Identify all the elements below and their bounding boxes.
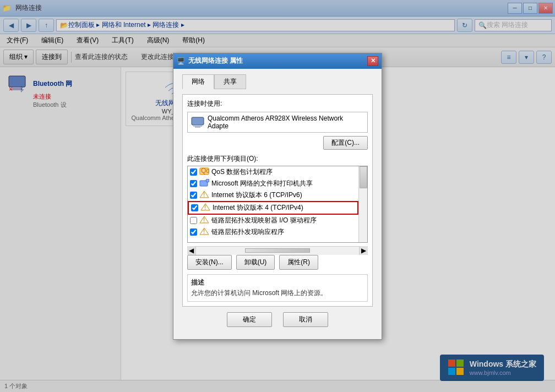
list-item-ipv4[interactable]: ! Internet 协议版本 4 (TCP/IPv4)	[188, 201, 358, 215]
qos-label: QoS 数据包计划程序	[211, 167, 273, 177]
adapter-row: Qualcomm Atheros AR928X Wireless Network…	[187, 112, 368, 133]
horiz-scroll-track	[196, 248, 359, 253]
checkbox-ipv6[interactable]	[190, 192, 197, 199]
scrollbar-thumb[interactable]	[360, 166, 367, 188]
list-item-ipv6[interactable]: ! Internet 协议版本 6 (TCP/IPv6)	[188, 189, 358, 201]
dialog-body: 网络 共享 连接时使用: Qualcomm Atheros AR928X Wi	[173, 69, 382, 339]
dialog-icon: 🖥️	[177, 57, 185, 65]
config-button[interactable]: 配置(C)...	[323, 136, 368, 150]
checkbox-qos[interactable]	[190, 168, 197, 176]
checkbox-ipv4[interactable]	[191, 204, 198, 211]
list-item-qos[interactable]: QoS QoS 数据包计划程序	[188, 166, 358, 178]
uninstall-button[interactable]: 卸载(U)	[236, 255, 275, 270]
description-title: 描述	[191, 278, 364, 287]
dialog-title: 无线网络连接 属性	[188, 56, 243, 66]
link2-label: 链路层拓扑发现响应程序	[211, 227, 284, 237]
description-text: 允许您的计算机访问 Microsoft 网络上的资源。	[191, 288, 364, 298]
properties-dialog: 🖥️ 无线网络连接 属性 ✕ 网络 共享 连接时使用:	[173, 53, 382, 340]
config-row: 配置(C)...	[187, 136, 368, 150]
ok-button[interactable]: 确定	[227, 312, 272, 327]
list-item-link2[interactable]: ! 链路层拓扑发现响应程序	[188, 226, 358, 238]
install-button[interactable]: 安装(N)...	[187, 255, 232, 270]
qos-icon: QoS	[199, 167, 209, 176]
tab-bar: 网络 共享	[182, 74, 373, 89]
connect-using-label: 连接时使用:	[187, 99, 368, 108]
svg-rect-6	[192, 117, 204, 125]
horiz-scroll[interactable]: ◀ ▶	[187, 246, 368, 255]
checkbox-link1[interactable]	[190, 217, 197, 224]
scrollbar[interactable]	[358, 166, 367, 242]
description-area: 描述 允许您的计算机访问 Microsoft 网络上的资源。	[187, 274, 368, 302]
dialog-footer: 确定 取消	[182, 307, 373, 334]
cancel-button[interactable]: 取消	[283, 312, 328, 327]
svg-text:!: !	[204, 204, 206, 211]
list-item-link1[interactable]: ! 链路层拓扑发现映射器 I/O 驱动程序	[188, 215, 358, 226]
ipv4-label: Internet 协议版本 4 (TCP/IPv4)	[213, 203, 303, 213]
items-list: QoS QoS 数据包计划程序	[187, 166, 368, 243]
svg-text:!: !	[203, 216, 205, 224]
link2-icon: !	[199, 227, 209, 236]
adapter-icon	[191, 117, 204, 128]
svg-rect-7	[193, 125, 202, 127]
dialog-close-button[interactable]: ✕	[367, 56, 378, 66]
link1-icon: !	[199, 216, 209, 225]
items-label: 此连接使用下列项目(O):	[187, 154, 368, 164]
checkbox-link2[interactable]	[190, 228, 197, 236]
dialog-title-area: 🖥️ 无线网络连接 属性	[177, 56, 243, 66]
svg-text:!: !	[203, 228, 205, 236]
svg-rect-8	[195, 127, 200, 128]
ipv4-icon: !	[200, 203, 210, 212]
share-label: Microsoft 网络的文件和打印机共享	[211, 179, 313, 188]
link1-label: 链路层拓扑发现映射器 I/O 驱动程序	[211, 216, 317, 225]
adapter-name: Qualcomm Atheros AR928X Wireless Network…	[208, 115, 364, 130]
svg-text:!: !	[203, 191, 205, 199]
share-icon	[199, 179, 209, 188]
scroll-right-button[interactable]: ▶	[359, 246, 368, 255]
list-item-share[interactable]: Microsoft 网络的文件和打印机共享	[188, 178, 358, 189]
checkbox-share[interactable]	[190, 180, 197, 187]
action-buttons: 安装(N)... 卸载(U) 属性(R)	[187, 255, 368, 270]
horiz-scroll-thumb[interactable]	[245, 248, 310, 253]
properties-button[interactable]: 属性(R)	[279, 255, 318, 270]
svg-point-12	[206, 179, 209, 182]
tab-network[interactable]: 网络	[182, 74, 214, 89]
dialog-titlebar: 🖥️ 无线网络连接 属性 ✕	[173, 53, 382, 69]
ipv6-icon: !	[199, 190, 209, 199]
tab-sharing[interactable]: 共享	[214, 74, 246, 89]
modal-overlay: 🖥️ 无线网络连接 属性 ✕ 网络 共享 连接时使用:	[0, 0, 555, 392]
svg-text:QoS: QoS	[201, 167, 209, 175]
scroll-left-button[interactable]: ◀	[187, 246, 196, 255]
items-list-inner: QoS QoS 数据包计划程序	[188, 166, 367, 238]
tab-content-network: 连接时使用: Qualcomm Atheros AR928X Wireless …	[182, 94, 373, 307]
ipv6-label: Internet 协议版本 6 (TCP/IPv6)	[211, 190, 302, 200]
